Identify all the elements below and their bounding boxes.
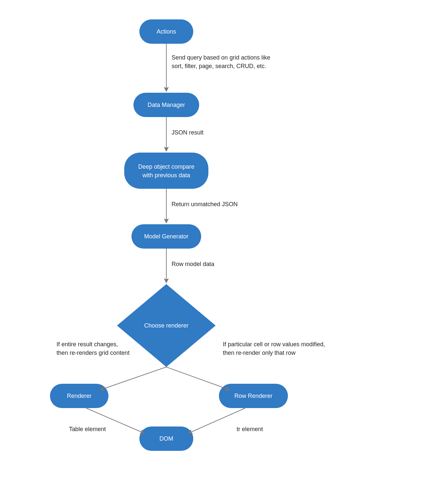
- node-actions: Actions: [139, 19, 193, 44]
- node-renderer-label: Renderer: [67, 393, 91, 399]
- node-deep-compare-line2: with previous data: [142, 172, 190, 179]
- node-choose-renderer-label: Choose renderer: [144, 322, 188, 329]
- node-deep-compare: Deep object compare with previous data: [124, 153, 208, 189]
- node-dom-label: DOM: [159, 435, 173, 442]
- node-renderer: Renderer: [50, 384, 108, 408]
- edge-choose-to-renderer: [100, 367, 166, 390]
- node-model-generator: Model Generator: [131, 224, 201, 249]
- edge-compare-to-mg-label: Return unmatched JSON: [172, 201, 238, 207]
- edge-renderer-to-dom-label: Table element: [69, 426, 106, 432]
- edge-choose-to-row-renderer: [166, 367, 230, 390]
- node-model-generator-label: Model Generator: [144, 233, 188, 240]
- edge-choose-left-label-1: If entire result changes,: [57, 341, 118, 348]
- edge-dm-to-compare-label: JSON result: [172, 129, 203, 136]
- edge-mg-to-choose-label: Row model data: [172, 261, 215, 267]
- node-data-manager-label: Data Manager: [148, 102, 185, 108]
- flow-diagram: Actions Data Manager Deep object compare…: [0, 0, 448, 487]
- edge-choose-left-label-2: then re-renders grid content: [57, 350, 130, 356]
- edge-choose-right-label-2: then re-render only that row: [223, 350, 296, 356]
- node-data-manager: Data Manager: [133, 93, 199, 117]
- node-dom: DOM: [139, 426, 193, 451]
- node-actions-label: Actions: [156, 28, 176, 35]
- node-choose-renderer: Choose renderer: [117, 284, 216, 367]
- edge-actions-to-dm-label-2: sort, filter, page, search, CRUD, etc.: [172, 63, 266, 69]
- edge-actions-to-dm-label-1: Send query based on grid actions like: [172, 54, 270, 61]
- node-row-renderer-label: Row Renderer: [234, 393, 272, 399]
- edge-row-renderer-to-dom-label: tr element: [237, 426, 263, 432]
- node-row-renderer: Row Renderer: [219, 384, 288, 408]
- edge-choose-right-label-1: If particular cell or row values modifie…: [223, 341, 325, 348]
- node-deep-compare-line1: Deep object compare: [138, 163, 194, 170]
- svg-rect-2: [124, 153, 208, 189]
